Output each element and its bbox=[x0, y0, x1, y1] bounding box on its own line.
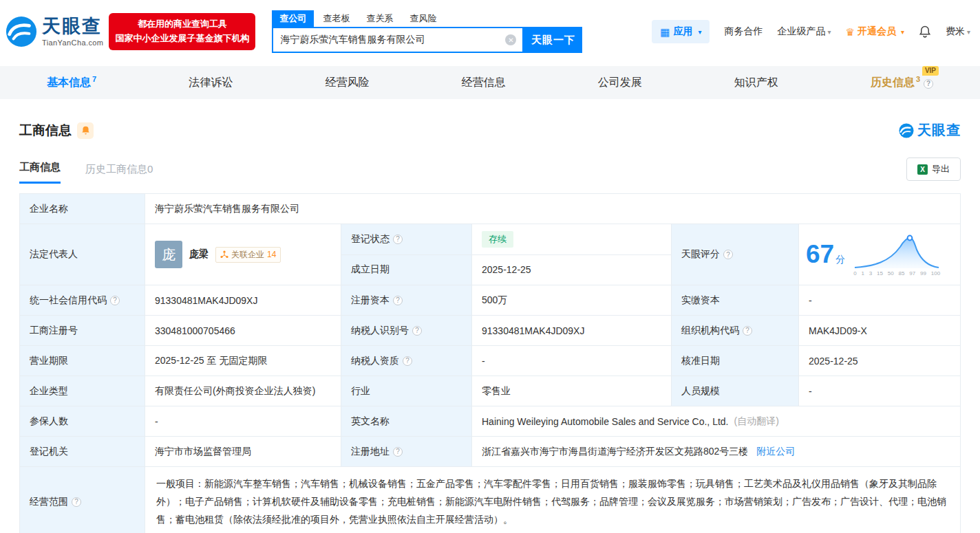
brand-name: 天眼查 bbox=[42, 17, 103, 37]
search-tab-company[interactable]: 查公司 bbox=[272, 10, 314, 27]
tab-intellectual-property[interactable]: 知识产权 bbox=[734, 76, 778, 90]
vip-upgrade-link[interactable]: ♛ 开通会员 ▾ bbox=[845, 25, 904, 38]
user-menu[interactable]: 费米▾ bbox=[946, 25, 970, 38]
chevron-down-icon: ▾ bbox=[967, 28, 970, 36]
tab-operation-info[interactable]: 经营信息 bbox=[462, 76, 506, 90]
app-menu-label: 应用 bbox=[673, 25, 692, 38]
help-icon[interactable]: ? bbox=[393, 235, 403, 244]
status-date-block: 登记状态? 存续 成立日期 2025-12-25 bbox=[341, 224, 672, 285]
company-nav-tabs: 基本信息7 法律诉讼 经营风险 经营信息 公司发展 知识产权 VIP 历史信息3… bbox=[0, 66, 980, 99]
notification-bell-icon[interactable] bbox=[919, 25, 931, 39]
table-row: 工商注册号 330481000705466 纳税人识别号? 91330481MA… bbox=[20, 316, 960, 346]
business-info-table: 企业名称 海宁蔚乐萤汽车销售服务有限公司 法定代表人 庞 庞梁 关联企业 14 … bbox=[19, 193, 961, 533]
business-term-label: 营业期限 bbox=[20, 346, 145, 376]
nearby-companies-link[interactable]: 附近公司 bbox=[756, 446, 795, 458]
company-type-value: 有限责任公司(外商投资企业法人独资) bbox=[145, 376, 341, 406]
est-date-row: 成立日期 2025-12-25 bbox=[341, 255, 671, 285]
legal-rep-avatar[interactable]: 庞 bbox=[155, 241, 182, 268]
help-icon[interactable]: ? bbox=[924, 79, 933, 89]
score-value: 67分 bbox=[806, 240, 845, 269]
tab-history-info[interactable]: VIP 历史信息3? bbox=[871, 75, 933, 90]
app-menu[interactable]: ▦ 应用 ▾ bbox=[652, 20, 710, 43]
tab-operation-risk[interactable]: 经营风险 bbox=[325, 76, 369, 90]
search-button[interactable]: 天眼一下 bbox=[524, 27, 582, 53]
topbar: 天眼查 TianYanCha.com 都在用的商业查询工具 国家中小企业发展子基… bbox=[0, 0, 980, 63]
paid-in-capital-value: - bbox=[799, 285, 960, 315]
table-row: 登记机关 海宁市市场监督管理局 注册地址? 浙江省嘉兴市海宁市海昌街道海宁经济开… bbox=[20, 437, 960, 467]
clear-icon[interactable]: ✕ bbox=[505, 34, 516, 45]
registered-address-label: 注册地址? bbox=[341, 437, 472, 466]
industry-value: 零售业 bbox=[472, 376, 672, 406]
help-icon[interactable]: ? bbox=[723, 250, 733, 259]
tab-company-development[interactable]: 公司发展 bbox=[598, 76, 642, 90]
vip-label: 开通会员 bbox=[858, 25, 896, 38]
slogan-line2: 国家中小企业发展子基金旗下机构 bbox=[115, 32, 249, 46]
legal-rep-name-link[interactable]: 庞梁 bbox=[189, 248, 209, 261]
staff-size-label: 人员规模 bbox=[672, 376, 799, 406]
link-business-cooperation[interactable]: 商务合作 bbox=[724, 25, 763, 38]
company-name-label: 企业名称 bbox=[20, 194, 145, 224]
export-button[interactable]: X 导出 bbox=[906, 157, 961, 181]
chevron-down-icon: ▾ bbox=[827, 28, 831, 36]
auto-translate-note: (自动翻译) bbox=[734, 415, 779, 428]
table-row: 法定代表人 庞 庞梁 关联企业 14 登记状态? 存续 成立日期 2025-12… bbox=[20, 224, 960, 285]
registration-authority-value: 海宁市市场监督管理局 bbox=[145, 437, 341, 466]
tab-basic-info[interactable]: 基本信息7 bbox=[47, 75, 96, 90]
taxpayer-id-label: 纳税人识别号? bbox=[341, 316, 472, 345]
reg-status-label: 登记状态? bbox=[341, 224, 472, 254]
help-icon[interactable]: ? bbox=[743, 326, 752, 336]
subtab-business-info[interactable]: 工商信息 bbox=[19, 161, 61, 184]
export-label: 导出 bbox=[932, 163, 950, 175]
table-row: 企业类型 有限责任公司(外商投资企业法人独资) 行业 零售业 人员规模 - bbox=[20, 376, 960, 406]
tab-label: 历史信息 bbox=[871, 76, 915, 88]
help-icon[interactable]: ? bbox=[403, 356, 412, 366]
subtab-history-business-info[interactable]: 历史工商信息0 bbox=[85, 163, 153, 184]
help-icon[interactable]: ? bbox=[412, 326, 422, 336]
taxpayer-qualification-label: 纳税人资质? bbox=[341, 346, 472, 376]
subscribe-bell-icon[interactable] bbox=[77, 122, 94, 139]
table-row: 统一社会信用代码? 91330481MAK4JD09XJ 注册资本? 500万 … bbox=[20, 285, 960, 316]
registration-number-label: 工商注册号 bbox=[20, 316, 145, 345]
taxpayer-id-value: 91330481MAK4JD09XJ bbox=[472, 316, 672, 345]
help-icon[interactable]: ? bbox=[393, 296, 403, 305]
search-tab-relation[interactable]: 查关系 bbox=[359, 10, 401, 27]
help-icon[interactable]: ? bbox=[110, 296, 120, 305]
business-scope-label: 经营范围? bbox=[20, 467, 145, 533]
company-type-label: 企业类型 bbox=[20, 376, 145, 406]
tab-count: 3 bbox=[916, 75, 920, 83]
score-axis-ticks: 0131550859799100 bbox=[853, 271, 940, 276]
status-badge: 存续 bbox=[482, 231, 513, 248]
help-icon[interactable]: ? bbox=[393, 447, 403, 457]
legal-rep-cell: 庞 庞梁 关联企业 14 bbox=[145, 224, 341, 285]
search-tabs: 查公司 查老板 查关系 查风险 bbox=[272, 10, 582, 27]
search-row: ✕ 天眼一下 bbox=[272, 27, 582, 53]
business-term-value: 2025-12-25 至 无固定期限 bbox=[145, 346, 341, 376]
link-enterprise-products[interactable]: 企业级产品▾ bbox=[777, 25, 831, 38]
paid-in-capital-label: 实缴资本 bbox=[672, 285, 799, 315]
est-date-label: 成立日期 bbox=[341, 255, 472, 285]
related-companies-chip[interactable]: 关联企业 14 bbox=[215, 247, 281, 263]
company-name-value: 海宁蔚乐萤汽车销售服务有限公司 bbox=[145, 194, 960, 224]
credit-code-value: 91330481MAK4JD09XJ bbox=[145, 285, 341, 315]
chevron-down-icon: ▾ bbox=[698, 28, 701, 36]
tianyancha-logo-icon bbox=[899, 123, 914, 138]
search-tab-boss[interactable]: 查老板 bbox=[315, 10, 357, 27]
tianyancha-logo[interactable]: 天眼查 TianYanCha.com bbox=[6, 16, 103, 47]
english-name-value: Haining Weileying Automobile Sales and S… bbox=[472, 406, 960, 436]
chevron-down-icon: ▾ bbox=[901, 28, 904, 36]
search-tab-risk[interactable]: 查风险 bbox=[402, 10, 444, 27]
table-row: 企业名称 海宁蔚乐萤汽车销售服务有限公司 bbox=[20, 194, 960, 224]
registered-capital-label: 注册资本? bbox=[341, 285, 472, 315]
search-block: 查公司 查老板 查关系 查风险 ✕ 天眼一下 bbox=[272, 10, 582, 53]
section-title: 工商信息 bbox=[19, 122, 72, 140]
reg-status-value: 存续 bbox=[472, 224, 671, 254]
table-row: 营业期限 2025-12-25 至 无固定期限 纳税人资质? - 核准日期 20… bbox=[20, 346, 960, 376]
insured-count-label: 参保人数 bbox=[20, 406, 145, 436]
help-icon[interactable]: ? bbox=[72, 497, 81, 507]
registration-authority-label: 登记机关 bbox=[20, 437, 145, 466]
score-sparkline-chart: 0131550859799100 bbox=[853, 233, 940, 276]
related-companies-count: 14 bbox=[267, 250, 276, 259]
search-input[interactable] bbox=[273, 34, 505, 45]
tab-legal-lawsuits[interactable]: 法律诉讼 bbox=[189, 76, 233, 90]
score-cell: 67分 0131550859799100 bbox=[799, 224, 960, 285]
